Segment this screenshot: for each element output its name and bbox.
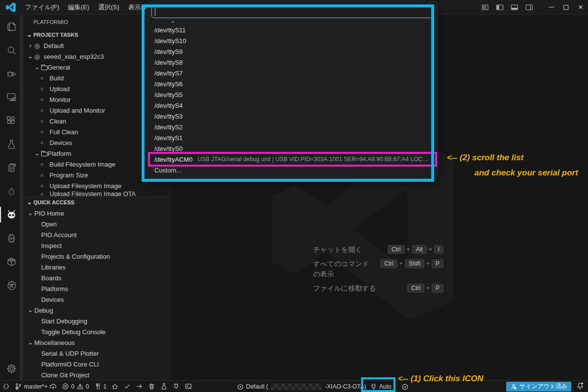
port-option-dev-ttys12[interactable]: /dev/ttyS12 xyxy=(151,21,434,24)
tree-item-label: Full Clean xyxy=(49,128,78,136)
close-button[interactable]: ✕ xyxy=(573,0,588,15)
pio-build-button[interactable] xyxy=(121,381,133,392)
testing-flask-icon[interactable] xyxy=(0,132,23,156)
clipboard-icon[interactable] xyxy=(0,156,23,179)
signout-status-badge[interactable]: サインアウト済み xyxy=(506,382,571,392)
port-option-custom[interactable]: Custom... xyxy=(151,165,434,175)
tree-item-label: Projects & Configuration xyxy=(41,253,110,260)
pio-upload-button[interactable] xyxy=(133,381,146,392)
quick-access-toggle-debug-console[interactable]: Toggle Debug Console xyxy=(24,326,170,337)
port-option-dev-ttys7[interactable]: /dev/ttyS7 xyxy=(151,68,434,78)
maximize-button[interactable] xyxy=(559,0,573,15)
pio-test-button[interactable] xyxy=(158,381,170,392)
circle-icon: ○ xyxy=(40,97,49,102)
quick-pick-input[interactable] xyxy=(151,5,434,18)
menu-selection[interactable]: 選択(S) xyxy=(94,0,123,14)
port-option-dev-ttys8[interactable]: /dev/ttyS8 xyxy=(151,57,434,68)
quick-access-devices[interactable]: Devices xyxy=(24,294,170,305)
container-icon[interactable] xyxy=(0,250,23,273)
tree-item-label: Default xyxy=(44,42,64,49)
quick-access-inspect[interactable]: Inspect xyxy=(24,240,170,251)
quick-access-boards[interactable]: Boards xyxy=(24,272,170,283)
quick-access-platformio-core-cli[interactable]: PlatformIO Core CLI xyxy=(24,359,170,369)
port-label: /dev/ttyS4 xyxy=(154,102,183,109)
env-suffix: -XIAO-C3-OTA) xyxy=(325,383,366,390)
remote-indicator[interactable] xyxy=(0,381,12,392)
quick-access-miscellaneous[interactable]: ⌄Miscellaneous xyxy=(24,337,170,348)
quick-access-debug[interactable]: ⌄Debug xyxy=(24,305,170,316)
port-label: /dev/ttyS9 xyxy=(154,48,183,55)
minimize-icon xyxy=(549,7,554,7)
keycap-p: P xyxy=(432,259,443,268)
activity-bar-scrollbar[interactable] xyxy=(20,15,23,380)
notifications-button[interactable] xyxy=(576,382,584,391)
search-icon[interactable] xyxy=(0,38,23,62)
pio-home-button[interactable] xyxy=(109,381,121,392)
port-option-dev-ttys6[interactable]: /dev/ttyS6 xyxy=(151,78,434,89)
toggle-sidebar-left-icon[interactable] xyxy=(496,3,504,11)
serial-port-auto-button[interactable]: Auto xyxy=(368,381,394,392)
kubernetes-icon[interactable] xyxy=(0,273,23,297)
berry-extension-icon[interactable] xyxy=(0,179,23,203)
maximize-icon xyxy=(564,5,568,10)
error-icon xyxy=(62,383,69,390)
quick-access-pio-account[interactable]: PIO Account xyxy=(24,229,170,240)
port-option-dev-ttys9[interactable]: /dev/ttyS9 xyxy=(151,46,434,57)
menu-edit[interactable]: 編集(E) xyxy=(64,0,94,14)
toggle-sidebar-right-icon[interactable] xyxy=(525,3,533,11)
task-upload-filesystem-image-ota[interactable]: ○Upload Filesystem Image OTA xyxy=(24,191,170,196)
quick-access-clone-git-project[interactable]: Clone Git Project xyxy=(24,369,170,380)
pio-env-switcher[interactable]: Default (-XIAO-C3-OTA) xyxy=(234,381,368,392)
quick-access-header[interactable]: ⌄ QUICK ACCESS xyxy=(24,197,170,208)
pio-terminal-button[interactable] xyxy=(182,381,195,392)
task-upload-filesystem-image[interactable]: ○Upload Filesystem Image xyxy=(24,180,170,191)
run-and-debug-icon[interactable] xyxy=(0,62,23,85)
platformio-icon[interactable] xyxy=(0,203,23,226)
folder-icon xyxy=(41,152,48,156)
quick-access-pio-home[interactable]: ⌄PIO Home xyxy=(24,208,170,219)
port-label: /dev/ttyS6 xyxy=(154,80,183,88)
chevron-down-icon: ⌄ xyxy=(25,32,33,37)
circle-icon: ○ xyxy=(40,183,49,189)
branch-name: master*+ xyxy=(24,383,48,390)
home-icon xyxy=(111,383,119,390)
extensions-icon[interactable] xyxy=(0,109,23,132)
port-option-dev-ttys10[interactable]: /dev/ttyS10 xyxy=(151,35,434,46)
remote-explorer-icon[interactable] xyxy=(0,85,23,109)
port-option-dev-ttys0[interactable]: /dev/ttyS0 xyxy=(151,143,434,154)
quick-access-libraries[interactable]: Libraries xyxy=(24,262,170,272)
shortcut-label: すべてのコマンドの表示 xyxy=(313,259,375,279)
plus-separator: + xyxy=(426,285,430,292)
port-option-dev-ttys11[interactable]: /dev/ttyS11 xyxy=(151,24,434,35)
chip-icon[interactable] xyxy=(0,226,23,250)
tools-item[interactable]: 1 xyxy=(92,381,109,392)
port-option-dev-ttys1[interactable]: /dev/ttyS1 xyxy=(151,132,434,143)
circle-icon: ○ xyxy=(40,140,49,146)
port-option-dev-ttys2[interactable]: /dev/ttyS2 xyxy=(151,122,434,132)
git-branch-item[interactable]: master*+ xyxy=(12,381,59,392)
port-option-dev-ttys3[interactable]: /dev/ttyS3 xyxy=(151,111,434,122)
port-description: USB JTAG/serial debug unit | USB VID:PID… xyxy=(197,156,431,163)
quick-access-projects-configuration[interactable]: Projects & Configuration xyxy=(24,251,170,262)
circle-icon: ○ xyxy=(40,172,49,178)
pio-monitor-button[interactable] xyxy=(170,381,182,392)
quick-access-open[interactable]: Open xyxy=(24,219,170,229)
quick-access-start-debugging[interactable]: Start Debugging xyxy=(24,316,170,326)
problems-item[interactable]: 0 0 xyxy=(59,381,91,392)
tree-item-label: Platform xyxy=(48,150,71,157)
port-option-dev-ttys4[interactable]: /dev/ttyS4 xyxy=(151,100,434,111)
settings-gear-icon[interactable] xyxy=(0,357,23,380)
menu-file[interactable]: ファイル(F) xyxy=(21,0,64,14)
port-option-dev-ttyacm0[interactable]: /dev/ttyACM0USB JTAG/serial debug unit |… xyxy=(151,154,434,165)
account-signout-icon xyxy=(510,383,517,390)
toggle-panel-icon[interactable] xyxy=(511,3,518,11)
minimize-button[interactable] xyxy=(544,0,559,15)
quick-access-serial-udp-plotter[interactable]: Serial & UDP Plotter xyxy=(24,348,170,359)
explorer-icon[interactable] xyxy=(0,15,23,38)
text-cursor xyxy=(155,8,155,16)
customize-layout-icon[interactable] xyxy=(481,3,489,11)
tree-item-label: Upload and Monitor xyxy=(49,107,105,114)
pio-clean-button[interactable] xyxy=(146,381,158,392)
quick-access-platforms[interactable]: Platforms xyxy=(24,283,170,294)
port-option-dev-ttys5[interactable]: /dev/ttyS5 xyxy=(151,89,434,100)
